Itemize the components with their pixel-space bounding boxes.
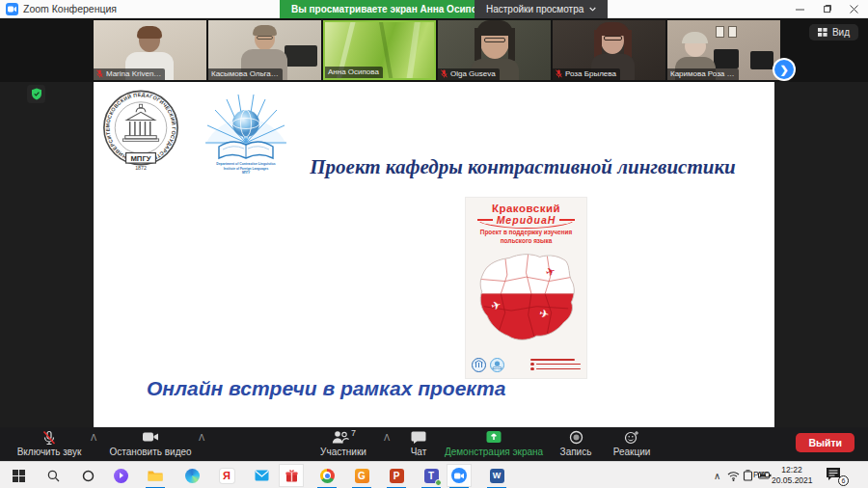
participant-video-osipova[interactable]: Анна Осипова xyxy=(323,20,436,80)
chat-button[interactable]: Чат xyxy=(397,430,440,457)
participant-name-tag: Marina Kriven… xyxy=(94,68,165,80)
view-mode-label: Вид xyxy=(832,27,850,38)
participants-button[interactable]: 7 Участники xyxy=(307,430,380,457)
project-poster: Краковский МеридиаН Проект в поддержку и… xyxy=(466,198,586,378)
shared-screen-slide: МОСКОВСКИЙ ПЕДАГОГИЧЕСКИЙ ГОСУДАРСТВЕННЫ… xyxy=(94,82,774,427)
zoom-app-taskbar-icon[interactable] xyxy=(447,464,472,487)
teams-icon[interactable]: T xyxy=(419,464,444,487)
participant-name-tag: Каримова Роза … xyxy=(667,68,739,80)
view-settings-dropdown[interactable]: Настройки просмотра xyxy=(475,0,608,18)
cortana-icon[interactable] xyxy=(75,464,100,487)
mpgu-year: 1872 xyxy=(135,165,147,171)
poster-social-links-text xyxy=(530,358,581,372)
reactions-button[interactable]: Реакции xyxy=(606,430,658,457)
audio-options-chevron[interactable]: ᐱ xyxy=(91,433,96,443)
participant-name-tag: Анна Осипова xyxy=(325,67,383,78)
participant-name: Каримова Роза … xyxy=(670,69,735,78)
monitor xyxy=(750,51,773,69)
yandex-browser-icon[interactable]: Я xyxy=(214,464,239,487)
share-screen-button[interactable]: Демонстрация экрана xyxy=(440,430,548,457)
clock[interactable]: 12:22 20.05.2021 xyxy=(772,465,812,486)
participant-video-marina[interactable]: Marina Kriven… xyxy=(94,20,206,80)
grid-view-icon xyxy=(818,28,827,37)
share-screen-icon xyxy=(440,430,548,447)
view-mode-button[interactable]: Вид xyxy=(809,24,858,41)
encryption-shield-icon xyxy=(27,85,45,103)
participant-video-bryleva[interactable]: Роза Брылева xyxy=(553,20,665,80)
viewing-screen-banner: Вы просматриваете экран Анна Осипова xyxy=(280,0,500,18)
participant-name: Marina Kriven… xyxy=(106,69,161,78)
tray-time: 12:22 xyxy=(772,465,812,475)
hidden-icons-chevron[interactable]: ∧ xyxy=(714,462,720,488)
unmute-button[interactable]: Включить звук xyxy=(8,430,91,457)
monitor xyxy=(285,45,317,67)
slide-footer-text: Онлайн встречи в рамках проекта xyxy=(147,377,505,400)
dept-logo-line3: МПГУ xyxy=(242,171,250,175)
mail-app-icon[interactable] xyxy=(249,464,274,487)
stop-video-button[interactable]: Остановить видео xyxy=(104,430,197,457)
participants-count: 7 xyxy=(351,428,356,438)
wifi-icon[interactable] xyxy=(727,462,740,488)
zoom-app-icon xyxy=(6,3,18,15)
file-explorer-icon[interactable] xyxy=(143,464,168,487)
window-title: Zoom Конференция xyxy=(23,3,117,14)
poster-dept-mini-logo xyxy=(490,358,504,372)
participant-video-guseva[interactable]: Olga Guseva xyxy=(438,20,551,80)
poland-map-graphic: ✈ ✈ ✈ xyxy=(474,252,579,344)
mic-muted-icon xyxy=(8,430,91,447)
mic-muted-icon xyxy=(441,69,448,78)
start-button[interactable] xyxy=(6,464,31,487)
participant-name: Касымова Ольга… xyxy=(211,69,279,78)
reactions-smiley-icon xyxy=(606,430,658,447)
monitor xyxy=(714,49,739,68)
poster-subtitle: Проект в поддержку изучения польского яз… xyxy=(466,229,586,245)
participant-name-tag: Роза Брылева xyxy=(553,68,620,80)
word-icon[interactable]: W xyxy=(484,464,509,487)
participant-name: Анна Осипова xyxy=(328,68,379,76)
slide-title: Проект кафедры контрастивной лингвистики xyxy=(291,155,754,179)
powerpoint-icon[interactable]: P xyxy=(384,464,409,487)
glasses xyxy=(257,36,273,40)
notification-count-badge: 6 xyxy=(838,475,849,486)
minimize-button[interactable] xyxy=(787,2,812,16)
search-icon[interactable] xyxy=(41,464,66,487)
leave-meeting-button[interactable]: Выйти xyxy=(796,433,854,452)
chevron-right-icon: ❯ xyxy=(774,60,794,79)
poster-arc-line xyxy=(474,205,579,229)
chrome-browser-icon[interactable] xyxy=(314,464,339,487)
window-titlebar: Zoom Конференция Вы просматриваете экран… xyxy=(0,0,868,18)
mpgu-abbr: МПГУ xyxy=(130,154,150,163)
video-options-chevron[interactable]: ᐱ xyxy=(199,433,204,443)
gift-app-icon[interactable] xyxy=(279,464,304,487)
glasses xyxy=(484,38,505,42)
close-button[interactable] xyxy=(841,2,866,16)
record-button[interactable]: Запись xyxy=(552,430,600,457)
next-participants-page-button[interactable]: ❯ xyxy=(773,58,796,81)
participant-video-karimova[interactable]: Каримова Роза … xyxy=(667,20,780,80)
participants-icon: 7 xyxy=(307,430,380,447)
view-settings-label: Настройки просмотра xyxy=(486,4,583,14)
notification-center-icon[interactable]: 6 xyxy=(826,467,845,484)
participant-video-kasymova[interactable]: Касымова Ольга… xyxy=(208,20,321,80)
maximize-button[interactable] xyxy=(814,2,839,16)
participant-name: Роза Брылева xyxy=(565,69,616,78)
edge-browser-icon[interactable] xyxy=(179,464,204,487)
poster-mpgu-mini-logo xyxy=(472,358,486,372)
windows-taskbar: Я G P T W ∧ РУС 12:22 20.05.2021 6 xyxy=(0,461,868,488)
glasses xyxy=(604,36,622,41)
participants-options-chevron[interactable]: ᐱ xyxy=(384,433,390,443)
language-indicator[interactable]: РУС xyxy=(753,470,770,479)
mic-muted-icon xyxy=(556,69,562,78)
participant-name: Olga Guseva xyxy=(450,69,496,78)
mic-muted-icon xyxy=(96,69,103,78)
dept-logo-line1: Department of Contrastive Linguistics xyxy=(216,162,276,166)
wall-picture xyxy=(716,26,724,38)
mpgu-university-logo: МОСКОВСКИЙ ПЕДАГОГИЧЕСКИЙ ГОСУДАРСТВЕННЫ… xyxy=(101,89,180,172)
alice-assistant-icon[interactable] xyxy=(108,464,133,487)
chat-bubble-icon xyxy=(397,430,440,447)
goldendict-icon[interactable]: G xyxy=(349,464,374,487)
department-logo: Department of Contrastive Linguistics In… xyxy=(202,89,290,174)
hair xyxy=(682,32,708,43)
wall-picture xyxy=(728,26,737,38)
device-connect-icon[interactable] xyxy=(743,462,753,488)
